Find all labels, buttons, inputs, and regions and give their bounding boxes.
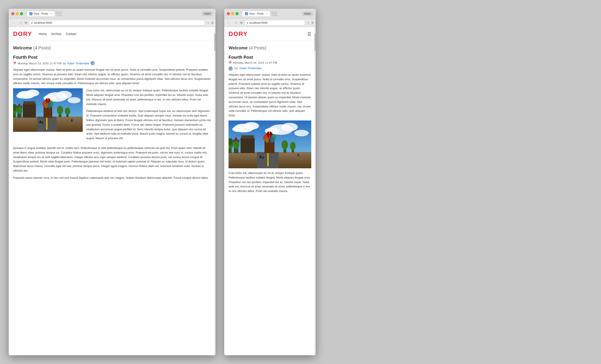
- menu-icon-right[interactable]: ≡: [311, 21, 313, 25]
- site-logo-right: DORY: [229, 30, 248, 38]
- scrollbar-thumb-left[interactable]: [214, 33, 216, 51]
- post-body-right-1-left: Cras tortor est, ullamcorper eu mi at, t…: [86, 88, 211, 106]
- active-tab-left[interactable]: D Dory - Posts ✕: [27, 11, 55, 16]
- post-by-text-left: by: [63, 62, 66, 65]
- new-tab-button-right[interactable]: [271, 11, 277, 16]
- post-body-1-left: Aliquam eget ullamcorper massa. Nam id d…: [13, 68, 211, 86]
- page-content-right: DORY ☰ Welcome (4 Posts) Fourth Post 📅 M…: [224, 27, 316, 355]
- refresh-button-right[interactable]: ⟳: [240, 21, 243, 25]
- minimize-button[interactable]: [16, 12, 19, 15]
- address-bar-right: ← → ⟳ ■ localhost:5000 ☆ ≡: [224, 19, 316, 27]
- svg-point-7: [68, 97, 80, 103]
- svg-rect-55: [269, 135, 270, 139]
- site-header-left: DORY Home Archive Contact: [9, 27, 216, 41]
- refresh-button-left[interactable]: ⟳: [25, 21, 27, 25]
- post-date-left: Monday, March 14, 2016 11:47 PM: [18, 62, 62, 65]
- svg-point-39: [244, 122, 259, 130]
- svg-point-71: [260, 155, 261, 159]
- tab-favicon-left: D: [29, 12, 32, 15]
- title-bar-left: D Dory - Posts ✕ Adam: [9, 9, 216, 19]
- traffic-lights-left: [11, 12, 23, 15]
- bookmark-icon-left[interactable]: ☆: [207, 21, 210, 25]
- tab-close-left[interactable]: ✕: [50, 13, 52, 15]
- back-button-left[interactable]: ←: [11, 20, 16, 25]
- svg-point-3: [16, 93, 27, 98]
- back-button-right[interactable]: ←: [226, 20, 232, 25]
- post-body-4-left: Praesent varius lobortis urna. In non ni…: [13, 176, 211, 180]
- post-date-right: Monday, March 14, 2016 11:47 PM: [233, 61, 277, 64]
- svg-rect-10: [46, 118, 48, 130]
- forward-button-left[interactable]: →: [18, 20, 23, 25]
- maximize-button-right[interactable]: [236, 12, 239, 15]
- scrollbar-thumb-right[interactable]: [314, 33, 316, 51]
- url-bar-left[interactable]: ■ localhost:5000: [29, 20, 205, 25]
- svg-point-22: [48, 103, 51, 108]
- mobile-author-row: by Adam Timberlake: [229, 67, 311, 71]
- svg-point-29: [17, 106, 22, 114]
- welcome-heading-right: Welcome (4 Posts): [229, 46, 311, 50]
- svg-rect-15: [23, 101, 35, 104]
- nav-contact-left[interactable]: Contact: [66, 32, 76, 36]
- post-title-left: Fourth Post: [13, 55, 211, 60]
- author-link-left[interactable]: Adam Timberlake: [67, 62, 89, 65]
- svg-point-66: [234, 141, 239, 149]
- svg-point-36: [71, 119, 73, 122]
- svg-rect-47: [267, 153, 269, 166]
- bookmark-icon-right[interactable]: ☆: [307, 21, 310, 25]
- svg-point-2: [26, 90, 39, 96]
- url-text-left: localhost:5000: [34, 21, 52, 24]
- svg-point-31: [57, 106, 63, 114]
- post-image-column-left: Cras tortor est, ullamcorper eu mi at, t…: [86, 88, 211, 143]
- scrollbar-right[interactable]: [314, 27, 316, 355]
- svg-point-44: [294, 130, 309, 136]
- url-bar-right[interactable]: ■ localhost:5000: [245, 20, 305, 25]
- post-by-text-right: by: [235, 67, 238, 70]
- tab-favicon-right: D: [245, 12, 248, 15]
- scrollbar-left[interactable]: [214, 27, 216, 355]
- tab-bar-right: D Dory - Posts ✕: [242, 11, 300, 16]
- site-nav-left: Home Archive Contact: [39, 32, 76, 36]
- svg-point-21: [44, 103, 48, 108]
- svg-point-59: [270, 137, 274, 143]
- tab-title-left: Dory - Posts: [34, 12, 48, 15]
- new-tab-button-left[interactable]: [56, 11, 62, 16]
- hamburger-button[interactable]: ☰: [307, 31, 311, 37]
- svg-rect-14: [23, 104, 36, 118]
- url-text-right: localhost:5000: [250, 21, 268, 24]
- calendar-icon-left: 📅: [13, 62, 16, 65]
- post-container-right: Welcome (4 Posts) Fourth Post 📅 Monday, …: [224, 41, 316, 201]
- author-avatar-left: [90, 61, 95, 66]
- browser-window-left: D Dory - Posts ✕ Adam ← → ⟳ ■ localhost:…: [9, 9, 216, 355]
- site-logo-left: DORY: [13, 30, 32, 38]
- lock-icon-right: ■: [247, 21, 248, 24]
- svg-point-42: [281, 123, 298, 131]
- mobile-post-image: [229, 120, 311, 168]
- menu-icon-left[interactable]: ≡: [211, 21, 213, 25]
- forward-button-right[interactable]: →: [233, 20, 239, 25]
- svg-point-73: [297, 154, 299, 157]
- svg-point-33: [65, 107, 70, 115]
- svg-point-68: [281, 140, 288, 149]
- author-link-right[interactable]: Adam Timberlake: [240, 67, 261, 70]
- close-button-right[interactable]: [227, 12, 230, 15]
- user-button-right[interactable]: Adam: [302, 11, 313, 16]
- close-button[interactable]: [11, 12, 14, 15]
- post-container-left: Welcome (4 Posts) Fourth Post 📅 Monday, …: [9, 41, 216, 187]
- post-body-1-right: Aliquam eget ullamcorper massa. Nam id d…: [229, 73, 311, 118]
- svg-point-58: [265, 137, 269, 143]
- active-tab-right[interactable]: D Dory - Posts ✕: [242, 11, 270, 16]
- nav-home-left[interactable]: Home: [39, 32, 47, 36]
- tab-bar-left: D Dory - Posts ✕: [27, 11, 200, 16]
- svg-point-35: [42, 121, 43, 124]
- site-header-right: DORY ☰: [224, 27, 316, 41]
- svg-point-70: [290, 142, 296, 150]
- minimize-button-right[interactable]: [231, 12, 234, 15]
- page-content-left: DORY Home Archive Contact Welcome (4 Pos…: [9, 27, 216, 355]
- post-body-2-right: Cras tortor est, ullamcorper eu mi at, t…: [229, 171, 311, 193]
- nav-archive-left[interactable]: Archive: [51, 32, 61, 36]
- tab-close-right[interactable]: ✕: [266, 13, 268, 15]
- user-button-left[interactable]: Adam: [202, 11, 213, 16]
- svg-rect-52: [241, 135, 254, 139]
- title-bar-right: D Dory - Posts ✕ Adam: [224, 9, 316, 19]
- maximize-button[interactable]: [20, 12, 23, 15]
